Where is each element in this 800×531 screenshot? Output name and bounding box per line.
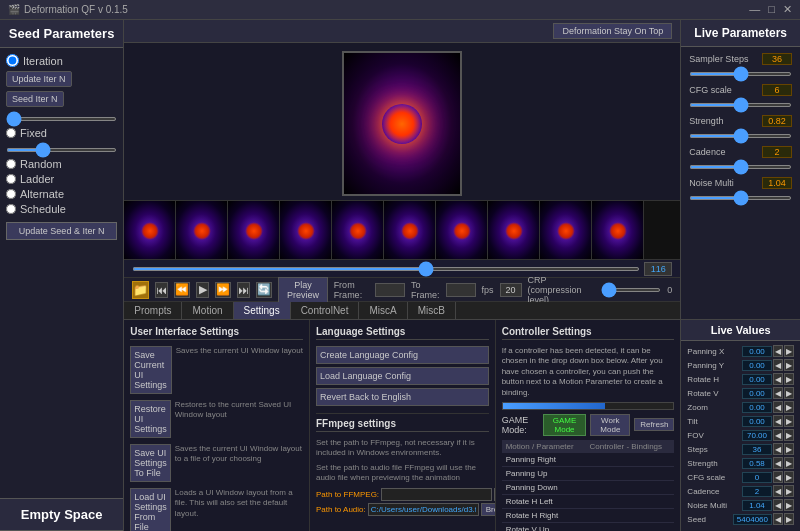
tab-prompts[interactable]: Prompts [124, 302, 182, 319]
live-val-row: Seed 5404060 ◀ ▶ [687, 513, 794, 525]
save-file-button[interactable]: Save UI Settings To File [130, 444, 171, 482]
save-restore-row: Save Current UI Settings Saves the curre… [130, 346, 303, 397]
live-val-increase[interactable]: ▶ [784, 471, 794, 483]
audio-path-input[interactable] [368, 503, 479, 516]
seed-iter-button[interactable]: Seed Iter N [6, 91, 64, 107]
load-lang-button[interactable]: Load Language Config [316, 367, 489, 385]
folder-button[interactable]: 📁 [132, 281, 149, 299]
live-val-increase[interactable]: ▶ [784, 429, 794, 441]
controller-table: Motion / Parameter Controller - Bindings… [502, 440, 675, 531]
tab-misca[interactable]: MiscA [359, 302, 407, 319]
live-val-increase[interactable]: ▶ [784, 443, 794, 455]
random-radio[interactable] [6, 159, 16, 169]
from-frame-input[interactable] [375, 283, 405, 297]
binding-cell [586, 453, 675, 467]
live-val-increase[interactable]: ▶ [784, 499, 794, 511]
timeline-slider[interactable] [132, 267, 640, 271]
seed-params-title: Seed Parameters [0, 20, 123, 48]
live-val-decrease[interactable]: ◀ [773, 429, 783, 441]
param-slider[interactable] [689, 134, 792, 138]
live-val-decrease[interactable]: ◀ [773, 373, 783, 385]
live-val-num: 2 [742, 486, 772, 497]
param-slider[interactable] [689, 196, 792, 200]
update-seed-button[interactable]: Update Seed & Iter N [6, 222, 117, 240]
param-row: Sampler Steps 36 [689, 53, 792, 78]
close-button[interactable]: ✕ [783, 3, 792, 16]
live-val-decrease[interactable]: ◀ [773, 387, 783, 399]
update-iter-button[interactable]: Update Iter N [6, 71, 72, 87]
live-val-increase[interactable]: ▶ [784, 415, 794, 427]
param-value: 1.04 [762, 177, 792, 189]
step-forward-button[interactable]: ⏩ [215, 282, 231, 298]
filmstrip [124, 200, 680, 260]
minimize-button[interactable]: — [749, 3, 760, 16]
create-lang-button[interactable]: Create Language Config [316, 346, 489, 364]
live-val-num: 0.00 [742, 416, 772, 427]
empty-space-title: Empty Space [0, 498, 123, 531]
game-mode-toggle[interactable]: GAME Mode [543, 414, 587, 436]
param-slider[interactable] [689, 165, 792, 169]
live-val-row: FOV 70.00 ◀ ▶ [687, 429, 794, 441]
param-slider[interactable] [689, 72, 792, 76]
param-slider[interactable] [689, 103, 792, 107]
tab-motion[interactable]: Motion [182, 302, 233, 319]
refresh-button[interactable]: Refresh [634, 418, 674, 431]
seed-slider[interactable] [6, 117, 117, 121]
skip-back-button[interactable]: ⏮ [155, 282, 168, 298]
ffmpeg-desc2: Set the path to audio file FFmpeg will u… [316, 463, 489, 484]
live-val-decrease[interactable]: ◀ [773, 345, 783, 357]
right-panel: Live Parameters Sampler Steps 36 CFG sca… [680, 20, 800, 531]
tab-miscb[interactable]: MiscB [408, 302, 456, 319]
live-val-num: 0.58 [742, 458, 772, 469]
save-file-row: Save UI Settings To File Saves the curre… [130, 444, 303, 485]
live-val-decrease[interactable]: ◀ [773, 499, 783, 511]
live-val-decrease[interactable]: ◀ [773, 415, 783, 427]
live-val-increase[interactable]: ▶ [784, 485, 794, 497]
play-button[interactable]: ▶ [196, 282, 209, 298]
skip-forward-button[interactable]: ⏭ [237, 282, 250, 298]
step-back-button[interactable]: ⏪ [174, 282, 190, 298]
fixed-range[interactable] [6, 148, 117, 152]
loop-button[interactable]: 🔄 [256, 282, 272, 298]
ffmpeg-desc1: Set the path to FFmpeg, not necessary if… [316, 438, 489, 459]
timeline-bar: 116 [124, 260, 680, 278]
audio-browse-button[interactable]: Browse [481, 503, 496, 516]
save-ui-button[interactable]: Save Current UI Settings [130, 346, 172, 394]
live-val-decrease[interactable]: ◀ [773, 443, 783, 455]
live-val-increase[interactable]: ▶ [784, 345, 794, 357]
live-val-num: 5404060 [733, 514, 772, 525]
revert-lang-button[interactable]: Revert Back to English [316, 388, 489, 406]
live-val-increase[interactable]: ▶ [784, 457, 794, 469]
live-val-decrease[interactable]: ◀ [773, 485, 783, 497]
controller-table-row: Rotate H Right [502, 508, 675, 522]
iteration-radio[interactable] [6, 54, 19, 67]
ffmpeg-path-input[interactable] [381, 488, 492, 501]
play-preview-button[interactable]: Play Preview [278, 277, 327, 303]
tab-controlnet[interactable]: ControlNet [291, 302, 360, 319]
tab-settings[interactable]: Settings [234, 302, 291, 319]
live-val-decrease[interactable]: ◀ [773, 401, 783, 413]
restore-ui-button[interactable]: Restore UI Settings [130, 400, 171, 438]
live-val-increase[interactable]: ▶ [784, 359, 794, 371]
ladder-radio[interactable] [6, 174, 16, 184]
live-val-decrease[interactable]: ◀ [773, 513, 783, 525]
alternate-radio[interactable] [6, 189, 16, 199]
ladder-label: Ladder [20, 173, 54, 185]
live-val-increase[interactable]: ▶ [784, 401, 794, 413]
live-val-increase[interactable]: ▶ [784, 513, 794, 525]
maximize-button[interactable]: □ [768, 3, 775, 16]
work-mode-button[interactable]: Work Mode [590, 414, 630, 436]
load-file-button[interactable]: Load UI Settings From File [130, 488, 171, 531]
crp-slider[interactable] [601, 288, 661, 292]
live-val-increase[interactable]: ▶ [784, 387, 794, 399]
schedule-radio[interactable] [6, 204, 16, 214]
fixed-radio[interactable] [6, 128, 16, 138]
live-val-decrease[interactable]: ◀ [773, 457, 783, 469]
live-val-decrease[interactable]: ◀ [773, 471, 783, 483]
live-val-controls: 0.00 ◀ ▶ [742, 415, 794, 427]
fps-input[interactable] [500, 283, 522, 297]
to-frame-input[interactable] [446, 283, 476, 297]
live-val-increase[interactable]: ▶ [784, 373, 794, 385]
stay-on-top-button[interactable]: Deformation Stay On Top [553, 23, 672, 39]
live-val-decrease[interactable]: ◀ [773, 359, 783, 371]
